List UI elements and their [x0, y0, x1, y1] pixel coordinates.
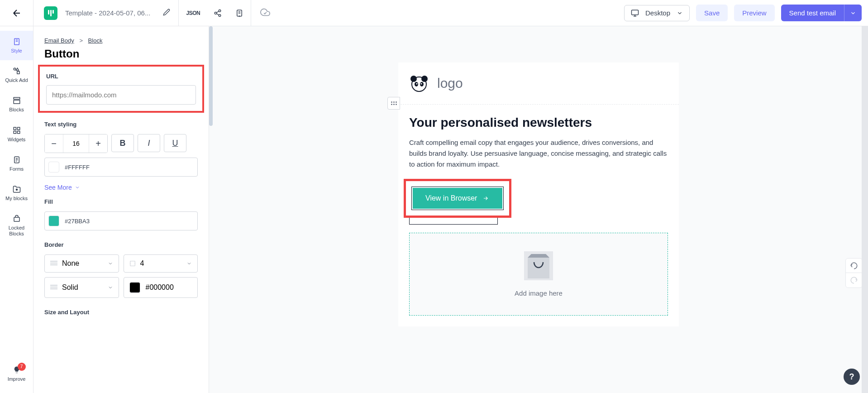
font-size-value[interactable]: 16 — [63, 134, 89, 153]
json-button[interactable]: JSON — [183, 7, 203, 19]
svg-marker-27 — [528, 254, 549, 258]
svg-point-25 — [421, 83, 422, 85]
url-input[interactable] — [46, 85, 196, 105]
svg-point-21 — [421, 76, 428, 82]
email-headline[interactable]: Your personalised newsletters — [409, 115, 668, 130]
border-line-style-dropdown[interactable]: Solid — [44, 277, 119, 298]
svg-rect-7 — [17, 72, 19, 74]
svg-rect-16 — [14, 217, 19, 221]
app-logo — [33, 6, 61, 20]
button-highlight-box: View in Browser — [404, 179, 511, 218]
style-icon — [13, 38, 21, 46]
notes-button[interactable] — [233, 6, 246, 20]
underline-button[interactable]: U — [164, 134, 186, 152]
canvas-area[interactable]: logo Your personalised newsletters Craft… — [209, 26, 868, 393]
arrow-right-icon — [482, 195, 490, 201]
border-color-input[interactable]: #000000 — [124, 277, 198, 298]
top-bar: Template - 2024-05-07, 06... JSON Deskto… — [0, 0, 868, 26]
border-lines-icon — [50, 285, 57, 290]
properties-panel: Email Body > Block Button URL Text styli… — [33, 26, 209, 393]
text-styling-label: Text styling — [44, 121, 198, 128]
logo-placeholder-text: logo — [437, 76, 463, 91]
email-logo-block[interactable]: logo — [398, 62, 679, 105]
help-button[interactable]: ? — [844, 369, 860, 385]
left-nav: Style Quick Add Blocks Widgets Forms My … — [0, 26, 33, 393]
nav-improve[interactable]: Improve — [0, 359, 33, 388]
cloud-check-icon — [260, 7, 270, 17]
image-placeholder-block[interactable]: Add image here — [409, 233, 668, 316]
border-label: Border — [44, 241, 198, 248]
block-drag-handle[interactable] — [387, 97, 400, 110]
send-test-button[interactable]: Send test email — [781, 5, 844, 21]
send-options-button[interactable] — [844, 5, 862, 21]
sync-status — [251, 7, 279, 19]
svg-point-20 — [410, 76, 417, 82]
nav-blocks[interactable]: Blocks — [0, 90, 33, 119]
top-right-group: Desktop Save Preview Send test email — [624, 5, 868, 21]
preview-button[interactable]: Preview — [734, 5, 774, 21]
shopping-bag-icon — [524, 251, 553, 280]
increase-font-button[interactable]: + — [89, 134, 107, 153]
see-more-button[interactable]: See More — [44, 184, 198, 191]
template-name: Template - 2024-05-07, 06... — [61, 9, 155, 17]
redo-icon — [850, 276, 858, 284]
svg-point-2 — [219, 14, 221, 17]
url-section-highlight: URL — [38, 65, 204, 113]
nav-quick-add[interactable]: Quick Add — [0, 60, 33, 90]
breadcrumb-block[interactable]: Block — [88, 37, 103, 44]
add-image-label: Add image here — [515, 289, 563, 297]
svg-rect-9 — [14, 101, 20, 104]
lightbulb-icon — [13, 366, 21, 374]
nav-locked-blocks[interactable]: Locked Blocks — [0, 208, 33, 243]
radius-icon — [129, 260, 136, 267]
chevron-down-icon — [75, 185, 80, 190]
chevron-down-icon — [677, 10, 683, 16]
toolbar-group: JSON — [178, 0, 251, 26]
undo-button[interactable] — [846, 259, 862, 273]
notes-icon — [235, 9, 243, 17]
svg-point-0 — [219, 10, 221, 12]
email-body-block: Your personalised newsletters Craft comp… — [398, 105, 679, 326]
fill-label: Fill — [44, 198, 198, 205]
save-button[interactable]: Save — [696, 5, 728, 21]
lock-icon — [13, 215, 21, 223]
svg-rect-17 — [130, 261, 135, 266]
nav-widgets[interactable]: Widgets — [0, 120, 33, 149]
svg-rect-8 — [14, 98, 20, 100]
viewport-dropdown[interactable]: Desktop — [624, 5, 690, 21]
top-left-group: Template - 2024-05-07, 06... JSON — [0, 0, 279, 26]
shapes-icon — [13, 67, 21, 75]
email-preview: logo Your personalised newsletters Craft… — [398, 62, 679, 326]
arrow-left-icon — [11, 8, 22, 19]
share-button[interactable] — [211, 6, 224, 20]
nav-my-blocks[interactable]: My blocks — [0, 178, 33, 208]
border-radius-dropdown[interactable]: 4 — [124, 254, 198, 273]
redo-button[interactable] — [846, 273, 862, 288]
border-lines-icon — [50, 261, 57, 266]
widgets-icon — [13, 126, 21, 134]
svg-point-6 — [14, 68, 16, 70]
breadcrumb-email-body[interactable]: Email Body — [44, 37, 74, 44]
decrease-font-button[interactable]: − — [45, 134, 63, 153]
bold-button[interactable]: B — [111, 134, 134, 152]
folder-icon — [13, 185, 21, 193]
svg-rect-4 — [632, 10, 639, 15]
email-body-text[interactable]: Craft compelling email copy that engages… — [409, 137, 668, 170]
border-style-dropdown[interactable]: None — [44, 254, 119, 273]
nav-style[interactable]: Style — [0, 31, 33, 60]
page-scrollbar[interactable] — [862, 26, 868, 393]
fill-color-input[interactable]: #27BBA3 — [44, 211, 198, 230]
blocks-icon — [13, 96, 21, 105]
panel-scrollbar[interactable] — [209, 26, 213, 126]
svg-rect-13 — [17, 131, 19, 133]
back-button[interactable] — [0, 0, 33, 26]
svg-rect-12 — [14, 131, 16, 133]
italic-button[interactable]: I — [138, 134, 160, 152]
nav-forms[interactable]: Forms — [0, 149, 33, 178]
edit-name-button[interactable] — [155, 9, 178, 18]
text-color-input[interactable]: #FFFFFF — [44, 158, 198, 177]
border-color-swatch — [129, 282, 140, 293]
chevron-down-icon — [186, 261, 192, 266]
fill-color-swatch — [48, 216, 59, 226]
view-in-browser-button[interactable]: View in Browser — [413, 188, 502, 209]
